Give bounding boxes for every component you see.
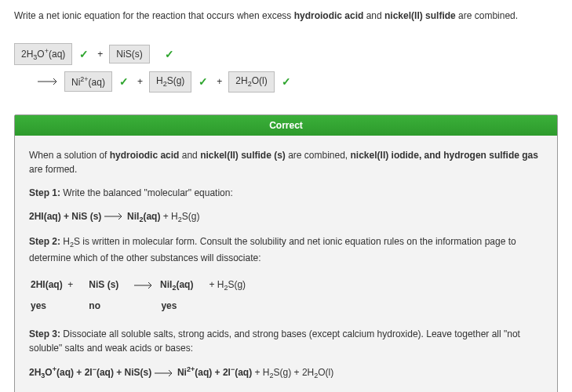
reactant-box-2[interactable]: NiS(s) (109, 45, 149, 64)
arrow-icon (38, 78, 60, 85)
check-icon: ✓ (162, 48, 177, 60)
step3-equation: 2H3O+(aq) + 2I−(aq) + NiS(s) Ni2+(aq) + … (29, 365, 543, 382)
question-prompt: Write a net ionic equation for the react… (14, 9, 558, 23)
feedback-intro: When a solution of hydroiodic acid and n… (29, 148, 543, 176)
step1-label: Step 1: (29, 187, 60, 198)
feedback-header: Correct (15, 115, 557, 136)
dissoc-cell: NiS (s) (89, 276, 133, 296)
step2: Step 2: H2S is written in molecular form… (29, 234, 543, 265)
intro-b3: nickel(II) iodide, and hydrogen sulfide … (351, 150, 538, 161)
arrow-icon (104, 212, 125, 220)
check-icon: ✓ (77, 48, 91, 60)
intro-pre: When a solution of (29, 150, 110, 161)
question-mid: and (363, 10, 384, 21)
dissoc-answer: no (89, 297, 133, 314)
table-row: yes no yes (31, 297, 260, 314)
product-box-2[interactable]: H2S(g) (149, 71, 191, 92)
table-row: 2HI(aq) + NiS (s) NiI2(aq) + H2S(g) (31, 276, 260, 296)
arrow-icon (155, 369, 175, 377)
step1: Step 1: Write the balanced "molecular" e… (29, 186, 543, 200)
intro-b2: nickel(II) sulfide (s) (200, 150, 286, 161)
reactant-box-1[interactable]: 2H3O+(aq) (14, 43, 72, 65)
intro-mid1: and (179, 150, 200, 161)
step1-equation: 2HI(aq) + NiS (s) NiI2(aq) + H2S(g) (29, 209, 543, 226)
product-box-3[interactable]: 2H2O(l) (228, 71, 274, 92)
step3-label: Step 3: (29, 328, 60, 339)
check-icon: ✓ (279, 75, 293, 88)
question-prefix: Write a net ionic equation for the react… (14, 10, 294, 21)
question-bold1: hydroiodic acid (294, 10, 364, 21)
plus-symbol: + (136, 76, 144, 87)
step3: Step 3: Dissociate all soluble salts, st… (29, 327, 543, 355)
check-icon: ✓ (196, 75, 210, 88)
feedback-body: When a solution of hydroiodic acid and n… (15, 136, 557, 392)
question-suffix: are combined. (456, 10, 518, 21)
feedback-panel: Correct When a solution of hydroiodic ac… (14, 114, 558, 392)
check-icon: ✓ (117, 75, 131, 88)
step3-text: Dissociate all soluble salts, strong aci… (29, 328, 520, 354)
plus-symbol: + (215, 76, 224, 87)
dissoc-answer: yes (31, 297, 87, 314)
step1-text: Write the balanced "molecular" equation: (60, 187, 233, 198)
equation-row-products: Ni2+(aq) ✓ + H2S(g) ✓ + 2H2O(l) ✓ (38, 71, 558, 92)
intro-mid2: are combined, (286, 150, 351, 161)
dissoc-cell: NiI2(aq) (134, 276, 207, 296)
equation-row-reactants: 2H3O+(aq) ✓ + NiS(s) ✓ (14, 43, 558, 65)
product-box-1[interactable]: Ni2+(aq) (64, 71, 112, 92)
dissoc-cell: + H2S(g) (209, 276, 260, 296)
step2-label: Step 2: (29, 236, 60, 247)
dissoc-answer: yes (134, 297, 207, 314)
dissoc-cell: 2HI(aq) + (31, 276, 87, 296)
plus-symbol: + (96, 49, 104, 60)
dissociation-table: 2HI(aq) + NiS (s) NiI2(aq) + H2S(g) yes … (29, 274, 261, 316)
intro-b1: hydroiodic acid (110, 150, 180, 161)
question-bold2: nickel(II) sulfide (384, 10, 456, 21)
intro-suf: are formed. (29, 164, 77, 175)
arrow-icon (134, 281, 155, 289)
